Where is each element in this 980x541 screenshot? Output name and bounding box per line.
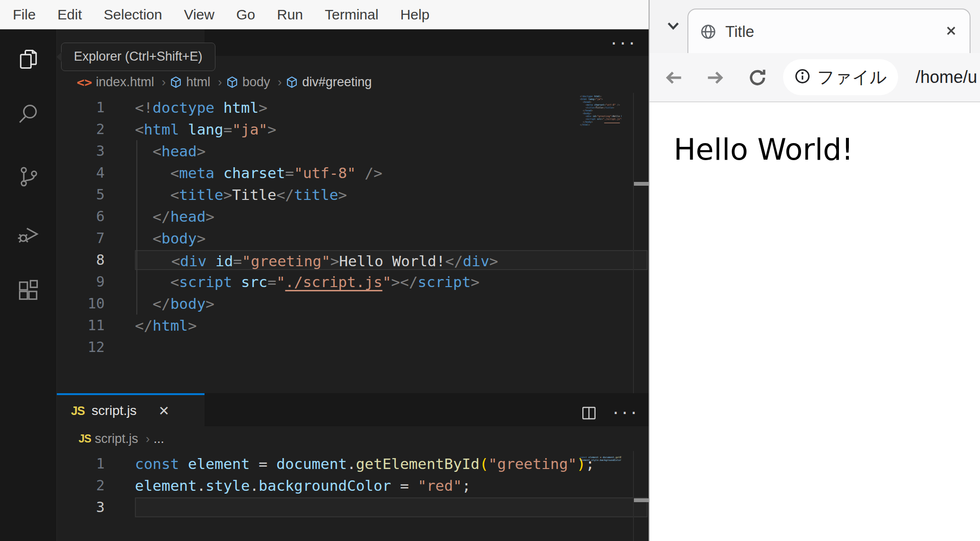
- line-number: 3: [57, 496, 135, 518]
- breadcrumb-item[interactable]: ...: [153, 432, 164, 446]
- activity-bar: [0, 29, 57, 541]
- back-icon[interactable]: [664, 67, 685, 88]
- line-number: 2: [57, 118, 135, 140]
- greeting-text: Hello World!: [667, 123, 980, 176]
- line-content: <html lang="ja">: [135, 119, 648, 139]
- code-line[interactable]: 3: [57, 496, 650, 518]
- symbol-cube-icon: [285, 76, 298, 89]
- code-line[interactable]: 3 <head>: [57, 140, 650, 162]
- overview-ruler-cursor-marker: [634, 182, 649, 186]
- line-number: 7: [57, 227, 135, 249]
- code-line[interactable]: 2<html lang="ja">: [57, 118, 650, 140]
- line-number: 1: [57, 97, 135, 118]
- symbol-cube-icon: [226, 76, 239, 89]
- close-icon[interactable]: [944, 24, 958, 40]
- editor-script-js[interactable]: 1const element = document.getElementById…: [57, 451, 650, 541]
- tab-script-js[interactable]: JS script.js ✕: [57, 393, 205, 426]
- tab-title: Title: [725, 23, 944, 41]
- scrollbar[interactable]: [633, 451, 634, 541]
- breadcrumb-separator: ›: [146, 432, 150, 446]
- line-content: const element = document.getElementById(…: [135, 454, 648, 474]
- symbol-cube-icon: [169, 76, 182, 89]
- browser-window: Title ファイル /home/u: [649, 0, 980, 541]
- code-line[interactable]: 1<!doctype html>: [57, 97, 650, 118]
- code-line[interactable]: 12: [57, 336, 650, 358]
- close-icon[interactable]: ✕: [159, 403, 169, 419]
- code-line[interactable]: 8 <div id="greeting">Hello World!</div>: [57, 249, 650, 271]
- file-scheme-chip[interactable]: ファイル: [783, 59, 898, 95]
- code-line[interactable]: 11</html>: [57, 315, 650, 336]
- line-number: 12: [57, 336, 135, 358]
- line-number: 9: [57, 271, 135, 293]
- code-tag-icon: <>: [77, 75, 92, 90]
- breadcrumb-label: index.html: [96, 75, 154, 90]
- globe-icon: [700, 23, 717, 40]
- line-content: </body>: [135, 294, 648, 314]
- minimap[interactable]: const element = document.getElementById(…: [580, 456, 622, 461]
- code-line[interactable]: 2element.style.backgroundColor = "red";: [57, 475, 650, 496]
- menu-item-terminal[interactable]: Terminal: [314, 7, 389, 23]
- menu-item-run[interactable]: Run: [266, 7, 314, 23]
- minimap[interactable]: <!doctype html><html lang="ja"> <head> <…: [580, 95, 622, 126]
- code-line[interactable]: 4 <meta charset="utf-8" />: [57, 162, 650, 184]
- line-number: 3: [57, 140, 135, 162]
- browser-tab[interactable]: Title: [687, 9, 971, 54]
- line-content: </html>: [135, 316, 648, 335]
- menu-item-selection[interactable]: Selection: [93, 7, 173, 23]
- overview-ruler-cursor-marker: [634, 498, 649, 502]
- browser-toolbar: ファイル /home/u: [650, 53, 980, 102]
- forward-icon[interactable]: [704, 67, 725, 88]
- split-editor-icon[interactable]: [580, 405, 599, 424]
- line-content: <head>: [135, 141, 648, 161]
- tab-strip-js: JS script.js ✕ ···: [57, 393, 650, 426]
- breadcrumb-item[interactable]: div#greeting: [285, 75, 372, 90]
- indent-guide: [136, 140, 137, 315]
- line-content: <!doctype html>: [135, 98, 648, 117]
- search-icon[interactable]: [16, 102, 41, 126]
- tab-label: script.js: [92, 403, 137, 418]
- extensions-icon[interactable]: [16, 278, 41, 303]
- line-number: 10: [57, 293, 135, 315]
- chevron-down-icon[interactable]: [664, 16, 685, 37]
- breadcrumb-item[interactable]: <>index.html: [77, 75, 154, 90]
- menu-item-go[interactable]: Go: [225, 7, 266, 23]
- code-line[interactable]: 10 </body>: [57, 293, 650, 315]
- address-url[interactable]: /home/u: [916, 53, 977, 101]
- explorer-icon[interactable]: [16, 47, 41, 72]
- chip-label: ファイル: [817, 66, 887, 89]
- breadcrumb: <>index.html›html›body›div#greeting: [57, 71, 650, 93]
- code-line[interactable]: 9 <script src="./script.js"></script>: [57, 271, 650, 293]
- js-file-icon: JS: [79, 433, 91, 445]
- explorer-tooltip: Explorer (Ctrl+Shift+E): [61, 43, 215, 71]
- line-number: 6: [57, 206, 135, 227]
- line-number: 2: [57, 475, 135, 496]
- breadcrumb-item[interactable]: body: [226, 75, 270, 90]
- more-actions-icon[interactable]: ···: [607, 401, 645, 424]
- editor-index-html[interactable]: 1<!doctype html>2<html lang="ja">3 <head…: [57, 93, 650, 393]
- code-line[interactable]: 7 <body>: [57, 227, 650, 249]
- source-control-icon[interactable]: [16, 164, 41, 189]
- line-content: <script src="./script.js"></script>: [135, 272, 648, 292]
- scrollbar[interactable]: [633, 93, 634, 393]
- js-file-icon: JS: [71, 404, 85, 418]
- browser-tab-bar: Title: [650, 0, 980, 53]
- breadcrumb-label: body: [242, 75, 270, 90]
- more-actions-icon[interactable]: ···: [605, 30, 643, 57]
- code-line[interactable]: 5 <title>Title</title>: [57, 184, 650, 206]
- code-line[interactable]: 6 </head>: [57, 206, 650, 227]
- breadcrumb-item[interactable]: JSscript.js: [79, 432, 138, 446]
- line-number: 8: [57, 249, 135, 271]
- greeting-div: Hello World!: [667, 123, 980, 178]
- line-content: element.style.backgroundColor = "red";: [135, 476, 648, 496]
- line-content: </head>: [135, 207, 648, 226]
- menu-item-edit[interactable]: Edit: [46, 7, 93, 23]
- menu-item-file[interactable]: File: [2, 7, 46, 23]
- menu-item-help[interactable]: Help: [389, 7, 440, 23]
- line-number: 11: [57, 315, 135, 336]
- menu-item-view[interactable]: View: [173, 7, 225, 23]
- line-content: [135, 497, 648, 517]
- breadcrumb-item[interactable]: html: [169, 75, 210, 90]
- reload-icon[interactable]: [747, 67, 768, 88]
- code-line[interactable]: 1const element = document.getElementById…: [57, 453, 650, 475]
- run-debug-icon[interactable]: [16, 222, 41, 246]
